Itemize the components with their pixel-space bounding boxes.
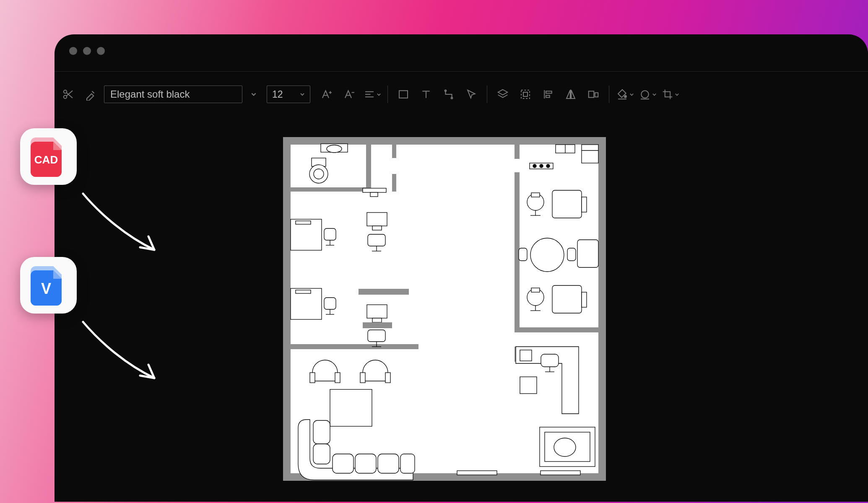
chevron-down-icon (629, 92, 634, 97)
svg-rect-31 (359, 289, 409, 295)
visio-file-label: V (41, 280, 51, 297)
svg-point-41 (327, 145, 342, 153)
workstation (291, 219, 336, 250)
svg-rect-105 (313, 444, 330, 464)
svg-point-51 (540, 164, 543, 168)
svg-rect-18 (589, 91, 594, 98)
rectangle-tool-button[interactable] (394, 85, 413, 104)
svg-rect-102 (360, 373, 365, 383)
pointer-tool-button[interactable] (462, 85, 481, 104)
font-size-value: 12 (272, 89, 283, 100)
svg-rect-104 (313, 420, 330, 444)
same-size-button[interactable] (584, 85, 603, 104)
office-chair (324, 228, 336, 245)
svg-rect-93 (520, 377, 537, 394)
align-lines-icon (363, 88, 376, 101)
line-style-button[interactable] (638, 85, 657, 104)
workstation (363, 305, 392, 347)
chevron-down-icon (251, 91, 257, 97)
connector-tool-button[interactable] (439, 85, 458, 104)
workstation (291, 288, 336, 319)
coffee-table (330, 389, 372, 426)
toolbar-separator (487, 86, 487, 103)
align-objects-button[interactable] (538, 85, 558, 104)
layers-icon (496, 88, 509, 101)
armchair (360, 360, 390, 383)
svg-rect-25 (598, 137, 606, 481)
svg-rect-81 (582, 197, 587, 212)
cad-file-label: CAD (34, 153, 57, 166)
svg-rect-94 (541, 354, 559, 367)
svg-rect-19 (595, 93, 598, 97)
drawing-canvas[interactable] (283, 137, 606, 481)
svg-rect-12 (521, 90, 530, 99)
traffic-close-icon[interactable] (69, 47, 77, 55)
svg-rect-72 (363, 322, 392, 328)
fill-color-button[interactable] (615, 85, 634, 104)
svg-rect-85 (577, 240, 598, 267)
chevron-down-icon (652, 92, 657, 97)
cad-file-badge[interactable]: CAD (20, 128, 77, 185)
svg-rect-106 (333, 454, 353, 473)
monitor (363, 188, 386, 197)
svg-rect-35 (291, 344, 418, 349)
svg-rect-101 (335, 373, 340, 383)
svg-rect-71 (372, 318, 382, 322)
crop-button[interactable] (660, 85, 680, 104)
traffic-minimize-icon[interactable] (83, 47, 91, 55)
svg-rect-90 (552, 285, 582, 313)
text-tool-button[interactable] (416, 85, 436, 104)
rug (540, 427, 595, 467)
toolbar-separator (387, 86, 388, 103)
layers-button[interactable] (493, 85, 512, 104)
scissors-icon (62, 88, 75, 101)
line-style-icon (639, 88, 651, 101)
svg-rect-7 (399, 91, 408, 98)
svg-rect-39 (541, 471, 580, 475)
group-button[interactable] (516, 85, 535, 104)
format-painter-button[interactable] (81, 85, 101, 104)
alignment-button[interactable] (362, 85, 382, 104)
font-size-select[interactable]: 12 (267, 86, 310, 103)
toilet (309, 158, 328, 183)
pendant-lights (530, 163, 553, 169)
svg-rect-92 (520, 350, 532, 361)
svg-rect-77 (531, 193, 540, 197)
armchair (310, 360, 340, 383)
svg-rect-24 (283, 137, 291, 481)
svg-rect-60 (367, 213, 387, 226)
svg-rect-29 (392, 143, 396, 158)
align-left-icon (542, 88, 554, 101)
svg-rect-109 (400, 454, 415, 473)
svg-rect-84 (567, 248, 576, 261)
traffic-zoom-icon[interactable] (97, 47, 105, 55)
cabinet (556, 145, 598, 163)
floor-plan-diagram (283, 137, 606, 481)
crop-icon (661, 88, 674, 101)
font-family-caret[interactable] (247, 86, 260, 103)
svg-point-44 (314, 169, 324, 179)
visio-file-badge[interactable]: V (20, 257, 77, 314)
rectangle-icon (397, 88, 410, 101)
svg-rect-100 (310, 373, 315, 383)
svg-rect-16 (546, 96, 550, 98)
chevron-down-icon (300, 92, 305, 97)
svg-point-52 (546, 164, 550, 168)
svg-point-21 (641, 91, 649, 98)
svg-point-0 (64, 90, 67, 93)
cad-file-icon: CAD (31, 136, 67, 178)
svg-rect-27 (366, 137, 371, 192)
decrease-font-button[interactable] (340, 85, 359, 104)
svg-rect-57 (324, 228, 336, 240)
main-toolbar: Elegant soft black 12 (59, 83, 868, 106)
sectional-sofa (298, 420, 415, 480)
flip-horizontal-button[interactable] (561, 85, 580, 104)
chevron-down-icon (675, 92, 679, 97)
titlebar-divider (55, 71, 868, 72)
sink (321, 144, 348, 153)
cut-button[interactable] (59, 85, 78, 104)
svg-rect-83 (519, 248, 527, 261)
svg-rect-13 (523, 92, 528, 96)
font-family-select[interactable]: Elegant soft black (104, 86, 242, 103)
increase-font-button[interactable] (317, 85, 336, 104)
